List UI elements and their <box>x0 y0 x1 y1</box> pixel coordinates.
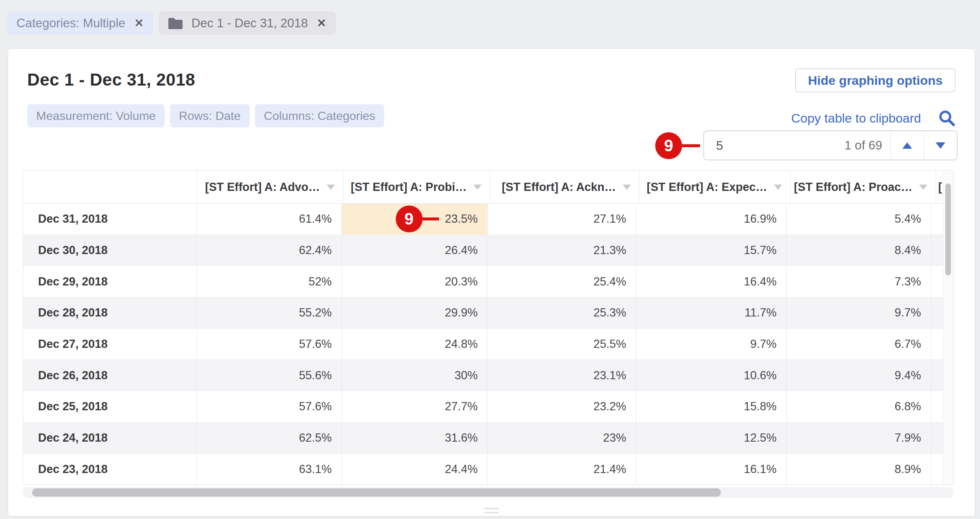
arrow-up-icon <box>902 142 912 149</box>
cell: 27.1% <box>488 204 636 235</box>
cell: 55.2% <box>197 297 342 329</box>
search-prev-button[interactable] <box>890 131 924 160</box>
cell: 6.7% <box>787 329 931 360</box>
search-result-count: 1 of 69 <box>845 131 890 160</box>
vertical-scrollbar-thumb[interactable] <box>945 184 951 275</box>
column-header-overflow: [ <box>936 171 943 203</box>
cell: 52% <box>197 266 342 297</box>
cell-overflow <box>931 204 943 235</box>
row-label: Dec 30, 2018 <box>23 235 197 266</box>
arrow-down-icon <box>935 142 945 149</box>
vertical-scrollbar[interactable] <box>943 171 953 485</box>
chevron-down-icon[interactable] <box>473 185 482 190</box>
search-input[interactable] <box>704 131 845 160</box>
search-icon[interactable] <box>937 109 956 128</box>
row-label: Dec 28, 2018 <box>23 297 197 329</box>
cell: 29.9% <box>342 297 488 329</box>
cell: 24.8% <box>342 329 488 360</box>
table-actions: Copy table to clipboard <box>791 109 956 128</box>
config-chip-row: Measurement: Volume Rows: Date Columns: … <box>27 104 384 128</box>
cell: 63.1% <box>197 454 342 485</box>
highlighted-cell: 9 23.5% <box>342 204 488 235</box>
config-chip-rows[interactable]: Rows: Date <box>170 104 250 128</box>
folder-icon <box>169 17 183 29</box>
cell: 11.7% <box>636 297 787 329</box>
table-header-row: [ST Effort] A: Advo… [ST Effort] A: Prob… <box>23 171 943 204</box>
annotation-step-badge: 9 <box>655 132 700 159</box>
search-next-button[interactable] <box>924 131 957 160</box>
cell-overflow <box>931 266 943 297</box>
copy-table-link[interactable]: Copy table to clipboard <box>791 111 921 126</box>
filter-chip-categories[interactable]: Categories: Multiple ✕ <box>7 11 153 35</box>
chevron-down-icon[interactable] <box>919 185 928 190</box>
cell-overflow <box>931 235 943 266</box>
hide-graphing-options-button[interactable]: Hide graphing options <box>795 69 955 92</box>
cell-overflow <box>931 360 943 391</box>
row-label: Dec 23, 2018 <box>23 454 197 485</box>
cell: 6.8% <box>787 391 931 422</box>
column-header[interactable]: [ST Effort] A: Ackn… <box>490 171 640 203</box>
cell: 15.7% <box>636 235 787 266</box>
cell: 62.5% <box>197 423 342 454</box>
page-title: Dec 1 - Dec 31, 2018 <box>27 70 195 90</box>
cell: 57.6% <box>197 391 342 422</box>
cell: 7.3% <box>787 266 931 297</box>
row-label: Dec 26, 2018 <box>23 360 197 391</box>
cell: 23.2% <box>488 391 636 422</box>
annotation-leader-line <box>681 144 700 147</box>
cell-value: 23.5% <box>445 212 478 226</box>
config-chip-columns[interactable]: Columns: Categories <box>255 104 385 128</box>
row-label: Dec 25, 2018 <box>23 391 197 422</box>
resize-handle[interactable] <box>484 508 499 513</box>
close-icon[interactable]: ✕ <box>317 16 326 30</box>
cell-overflow <box>931 454 943 485</box>
filter-chip-daterange[interactable]: Dec 1 - Dec 31, 2018 ✕ <box>159 11 336 35</box>
column-header[interactable]: [ST Effort] A: Expec… <box>640 171 791 203</box>
cell: 9.7% <box>787 297 931 329</box>
cell: 62.4% <box>197 235 342 266</box>
config-chip-measurement[interactable]: Measurement: Volume <box>27 104 165 128</box>
row-label: Dec 27, 2018 <box>23 329 197 360</box>
table-row: Dec 26, 2018 55.6% 30% 23.1% 10.6% 9.4% <box>23 359 943 391</box>
cell-overflow <box>931 329 943 360</box>
cell: 30% <box>342 360 488 391</box>
chevron-down-icon[interactable] <box>327 185 335 190</box>
horizontal-scrollbar[interactable] <box>23 487 953 498</box>
cell-overflow <box>931 297 943 329</box>
column-header[interactable]: [ST Effort] A: Advo… <box>197 171 344 203</box>
cell: 21.3% <box>488 235 636 266</box>
annotation-number: 9 <box>396 206 423 232</box>
chevron-down-icon[interactable] <box>623 185 631 190</box>
report-card: Dec 1 - Dec 31, 2018 Measurement: Volume… <box>8 49 975 516</box>
horizontal-scrollbar-thumb[interactable] <box>32 489 721 497</box>
cell: 15.8% <box>636 391 787 422</box>
data-table: [ST Effort] A: Advo… [ST Effort] A: Prob… <box>23 170 953 485</box>
annotation-number: 9 <box>655 132 682 159</box>
cell: 25.4% <box>488 266 636 297</box>
cell: 10.6% <box>636 360 787 391</box>
chevron-down-icon[interactable] <box>774 185 782 190</box>
cell: 16.9% <box>636 204 787 235</box>
cell: 23.1% <box>488 360 636 391</box>
table-row: Dec 28, 2018 55.2% 29.9% 25.3% 11.7% 9.7… <box>23 297 943 329</box>
cell: 7.9% <box>787 423 931 454</box>
cell: 27.7% <box>342 391 488 422</box>
table-row: Dec 29, 2018 52% 20.3% 25.4% 16.4% 7.3% <box>23 266 943 297</box>
cell-overflow <box>931 391 943 422</box>
cell: 55.6% <box>197 360 342 391</box>
cell: 8.4% <box>787 235 931 266</box>
close-icon[interactable]: ✕ <box>134 16 144 30</box>
filter-chip-label: Dec 1 - Dec 31, 2018 <box>191 16 308 30</box>
table-row: Dec 27, 2018 57.6% 24.8% 25.5% 9.7% 6.7% <box>23 329 943 360</box>
cell: 26.4% <box>342 235 488 266</box>
cell: 8.9% <box>787 454 931 485</box>
cell: 25.3% <box>488 297 636 329</box>
cell: 57.6% <box>197 329 342 360</box>
table-row: Dec 25, 2018 57.6% 27.7% 23.2% 15.8% 6.8… <box>23 391 943 422</box>
table-row: Dec 23, 2018 63.1% 24.4% 21.4% 16.1% 8.9… <box>23 453 943 485</box>
cell: 12.5% <box>636 423 787 454</box>
column-header[interactable]: [ST Effort] A: Proac… <box>791 171 936 203</box>
table-row: Dec 24, 2018 62.5% 31.6% 23% 12.5% 7.9% <box>23 422 943 454</box>
cell: 5.4% <box>787 204 931 235</box>
column-header[interactable]: [ST Effort] A: Probi… <box>344 171 490 203</box>
